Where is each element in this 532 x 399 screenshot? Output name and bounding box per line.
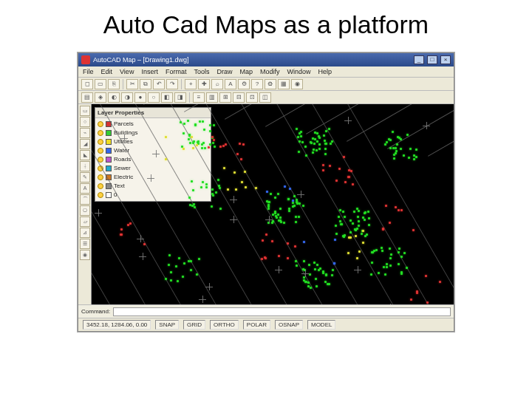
titlebar[interactable]: AutoCAD Map – [Drawing1.dwg] _ □ × bbox=[78, 53, 454, 66]
layer-visibility-icon[interactable] bbox=[98, 139, 103, 145]
layer-row[interactable]: Sewer bbox=[97, 164, 209, 173]
unlock-icon[interactable]: ◨ bbox=[174, 92, 186, 103]
window-title: AutoCAD Map – [Drawing1.dwg] bbox=[93, 56, 411, 64]
status-ortho[interactable]: ORTHO bbox=[210, 320, 239, 330]
zoom-icon[interactable]: ⌕ bbox=[211, 79, 223, 89]
spline-tool-icon[interactable]: ⌒ bbox=[80, 194, 90, 205]
table-tool-icon[interactable]: ☰ bbox=[80, 239, 90, 249]
layer-name: 0 bbox=[114, 191, 208, 199]
menu-modify[interactable]: Modify bbox=[260, 68, 280, 75]
drawing-canvas[interactable]: Layer Properties ParcelsBuildingsUtiliti… bbox=[92, 104, 454, 304]
map-remove-icon[interactable]: ⊟ bbox=[233, 92, 245, 103]
polyline-tool-icon[interactable]: ◢ bbox=[80, 139, 90, 149]
layer-color-swatch[interactable] bbox=[106, 148, 112, 154]
layer-name: Buildings bbox=[114, 129, 208, 137]
menu-tools[interactable]: Tools bbox=[194, 68, 209, 75]
command-bar: Command: bbox=[78, 304, 454, 318]
layer-visibility-icon[interactable] bbox=[98, 130, 103, 136]
toolbar-layers: ▤ ◈ ◐ ◑ ● ○ ◧ ◨ ≡ ▥ ⊞ ⊟ ⊡ ◫ bbox=[78, 91, 454, 104]
layer-off-icon[interactable]: ◐ bbox=[108, 92, 120, 103]
snap-icon[interactable]: ◉ bbox=[291, 79, 303, 89]
layer-on-icon[interactable]: ◑ bbox=[121, 92, 133, 103]
props-icon[interactable]: ⚙ bbox=[238, 79, 250, 89]
polygon-tool-icon[interactable]: ◣ bbox=[80, 150, 90, 160]
map-attach-icon[interactable]: ⊡ bbox=[246, 92, 258, 103]
draw-palette: ▭ ○ ⌁ ◢ ◣ ⟊ ✎ A ⌒ ⎔ ▱ ⊿ ☰ ◉ bbox=[78, 104, 92, 304]
menu-edit[interactable]: Edit bbox=[101, 68, 113, 75]
menu-window[interactable]: Window bbox=[287, 68, 310, 75]
pencil-tool-icon[interactable]: ✎ bbox=[80, 172, 90, 183]
slide-title: Auto Cad Maps as a platform bbox=[0, 0, 532, 52]
layer-state-icon[interactable]: ◈ bbox=[95, 92, 106, 103]
circle-tool-icon[interactable]: ○ bbox=[80, 117, 90, 127]
autocad-window: AutoCAD Map – [Drawing1.dwg] _ □ × File … bbox=[78, 52, 454, 332]
layer-visibility-icon[interactable] bbox=[98, 148, 103, 154]
open-icon[interactable]: ▭ bbox=[95, 79, 106, 89]
copy-icon[interactable]: ⧉ bbox=[140, 79, 151, 89]
map-topo-icon[interactable]: ◫ bbox=[259, 92, 271, 103]
command-prompt: Command: bbox=[81, 308, 110, 315]
freeze-icon[interactable]: ● bbox=[134, 92, 146, 103]
layer-panel-title[interactable]: Layer Properties bbox=[95, 108, 211, 118]
rect-tool-icon[interactable]: ▭ bbox=[80, 106, 90, 116]
layer-color-swatch[interactable] bbox=[106, 192, 112, 198]
undo-icon[interactable]: ↶ bbox=[153, 79, 165, 89]
status-osnap[interactable]: OSNAP bbox=[275, 320, 303, 330]
arc-tool-icon[interactable]: ⟊ bbox=[80, 161, 90, 171]
dim-tool-icon[interactable]: ⊿ bbox=[80, 228, 90, 238]
redo-icon[interactable]: ↷ bbox=[166, 79, 178, 89]
help-icon[interactable]: ? bbox=[251, 79, 263, 89]
cut-icon[interactable]: ✂ bbox=[126, 79, 138, 89]
status-snap[interactable]: SNAP bbox=[155, 320, 179, 330]
layer-visibility-icon[interactable] bbox=[98, 192, 103, 198]
menu-file[interactable]: File bbox=[83, 68, 94, 75]
layer-visibility-icon[interactable] bbox=[98, 121, 103, 127]
maximize-button[interactable]: □ bbox=[427, 55, 437, 64]
toolbar-standard: ◻ ▭ ⎘ ✂ ⧉ ↶ ↷ ⌖ ✚ ⌕ A ⚙ ? ⯐ ▦ ◉ bbox=[78, 78, 454, 91]
layer-color-swatch[interactable] bbox=[106, 130, 112, 136]
zoom-in-icon[interactable]: ✚ bbox=[198, 79, 210, 89]
menu-draw[interactable]: Draw bbox=[216, 68, 232, 75]
hatch-tool-icon[interactable]: ⎔ bbox=[80, 205, 90, 216]
text-tool-icon[interactable]: A bbox=[80, 183, 90, 194]
grid-icon[interactable]: ▦ bbox=[278, 79, 290, 89]
menu-view[interactable]: View bbox=[120, 68, 134, 75]
toolbar-sep bbox=[189, 92, 190, 103]
menu-format[interactable]: Format bbox=[166, 68, 187, 75]
status-model[interactable]: MODEL bbox=[307, 320, 335, 330]
layer-color-swatch[interactable] bbox=[106, 139, 112, 145]
thaw-icon[interactable]: ○ bbox=[148, 92, 160, 103]
point-tool-icon[interactable]: ◉ bbox=[80, 250, 90, 260]
command-input[interactable] bbox=[113, 307, 451, 316]
status-polar[interactable]: POLAR bbox=[243, 320, 270, 330]
minimize-button[interactable]: _ bbox=[414, 55, 424, 64]
linetype-icon[interactable]: ≡ bbox=[193, 92, 205, 103]
lock-icon[interactable]: ◧ bbox=[161, 92, 173, 103]
layer-color-swatch[interactable] bbox=[106, 157, 112, 163]
pan-icon[interactable]: ⌖ bbox=[185, 79, 197, 89]
layer-color-swatch[interactable] bbox=[106, 166, 112, 171]
menubar: File Edit View Insert Format Tools Draw … bbox=[78, 66, 454, 78]
save-icon[interactable]: ⎘ bbox=[108, 79, 120, 89]
layer-icon[interactable]: ▤ bbox=[81, 92, 93, 103]
app-icon bbox=[81, 55, 90, 64]
status-coords: 3452.18, 1284.06, 0.00 bbox=[83, 320, 151, 330]
toolbar-sep bbox=[181, 79, 182, 89]
line-tool-icon[interactable]: ⌁ bbox=[80, 128, 90, 138]
statusbar: 3452.18, 1284.06, 0.00 SNAP GRID ORTHO P… bbox=[78, 318, 454, 331]
ucs-icon[interactable]: ⯐ bbox=[265, 79, 276, 89]
layer-name: Electric bbox=[114, 174, 208, 181]
workspace: ▭ ○ ⌁ ◢ ◣ ⟊ ✎ A ⌒ ⎔ ▱ ⊿ ☰ ◉ Layer Proper… bbox=[78, 104, 454, 304]
menu-insert[interactable]: Insert bbox=[141, 68, 158, 75]
close-button[interactable]: × bbox=[440, 55, 451, 64]
lineweight-icon[interactable]: ▥ bbox=[206, 92, 218, 103]
layer-visibility-icon[interactable] bbox=[98, 174, 103, 180]
text-icon[interactable]: A bbox=[225, 79, 236, 89]
status-grid[interactable]: GRID bbox=[183, 320, 205, 330]
region-tool-icon[interactable]: ▱ bbox=[80, 216, 90, 227]
layer-visibility-icon[interactable] bbox=[98, 183, 103, 189]
menu-help[interactable]: Help bbox=[318, 68, 332, 75]
menu-map[interactable]: Map bbox=[239, 68, 253, 75]
map-query-icon[interactable]: ⊞ bbox=[219, 92, 231, 103]
new-icon[interactable]: ◻ bbox=[81, 79, 93, 89]
